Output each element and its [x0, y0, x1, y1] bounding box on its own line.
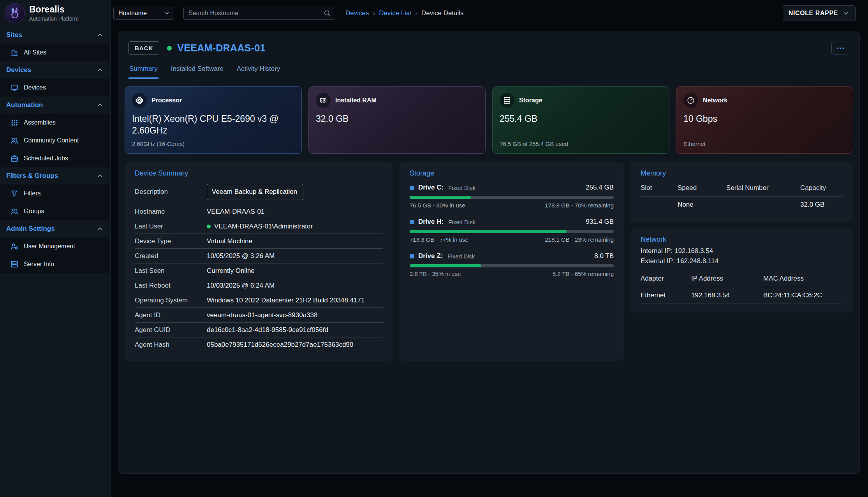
stat-label: Network	[703, 97, 727, 104]
panel-title: Network	[641, 235, 843, 244]
briefcase-icon	[10, 154, 19, 163]
tab-installed-software[interactable]: Installed Software	[170, 63, 224, 79]
network-table: Adapter IP Address MAC Address Ethernet …	[641, 270, 843, 304]
sidebar-nav: Sites All Sites Devices Devices Automati…	[0, 26, 110, 273]
right-panel-column: Memory Slot Speed Serial Number Capacity…	[630, 162, 853, 361]
page-title: VEEAM-DRAAS-01	[177, 42, 265, 54]
sidebar-item-groups[interactable]: Groups	[0, 202, 110, 220]
summary-row-agent-guid: Agent GUID de16c0c1-8aa2-4d18-9585-9ce91…	[135, 323, 383, 337]
drive-usage-fill	[410, 230, 567, 233]
breadcrumb-devices[interactable]: Devices	[345, 9, 369, 17]
search-icon[interactable]	[323, 9, 331, 17]
breadcrumb-separator: ›	[373, 9, 375, 17]
sidebar-section-automation[interactable]: Automation	[0, 97, 110, 114]
stat-label: Installed RAM	[335, 97, 377, 104]
stat-label: Processor	[151, 97, 182, 104]
sidebar-item-devices[interactable]: Devices	[0, 79, 110, 97]
back-button[interactable]: BACK	[129, 41, 159, 55]
search-input[interactable]	[188, 10, 323, 17]
sidebar-item-server-info[interactable]: Server Info	[0, 255, 110, 273]
sidebar-section-filters-groups[interactable]: Filters & Groups	[0, 167, 110, 184]
chevron-down-icon	[842, 9, 850, 17]
chevron-up-icon	[96, 101, 104, 109]
drive-row-c: Drive C: Fixed Disk 255.4 GB 76.5 GB - 3…	[410, 184, 614, 209]
breadcrumb-separator: ›	[415, 9, 417, 17]
panel-title: Device Summary	[135, 169, 383, 177]
drive-usage-bar	[410, 196, 614, 199]
hostname-filter-select[interactable]: Hostname	[113, 7, 174, 20]
sidebar-section-sites[interactable]: Sites	[0, 26, 110, 44]
device-header: BACK VEEAM-DRAAS-01 ⋯	[125, 38, 853, 55]
sidebar-item-label: User Management	[24, 243, 75, 250]
online-status-dot	[167, 46, 172, 51]
stat-value: 255.4 GB	[500, 113, 662, 125]
more-options-button[interactable]: ⋯	[831, 42, 849, 54]
brand-logo-rabbit-icon[interactable]	[5, 3, 25, 23]
network-panel: Network Internal IP: 192.168.3.54 Extern…	[630, 228, 853, 313]
breadcrumb-device-list[interactable]: Device List	[379, 9, 411, 17]
breadcrumb: Devices › Device List › Device Details	[345, 9, 464, 17]
topbar: Hostname Devices › Device List › Device …	[111, 0, 868, 26]
internal-ip: Internal IP: 192.168.3.54	[641, 246, 843, 256]
cpu-icon	[132, 93, 147, 108]
summary-row-hostname: Hostname VEEAM-DRAAS-01	[135, 204, 383, 219]
section-label: Devices	[6, 66, 31, 74]
group-icon	[10, 207, 19, 216]
description-input[interactable]	[207, 184, 303, 200]
detail-panels: Device Summary Description Hostname VEEA…	[125, 162, 853, 361]
breadcrumb-device-details: Device Details	[421, 9, 464, 17]
stat-card-network: Network 10 Gbps Ethernet	[676, 86, 853, 154]
drive-usage-bar	[410, 230, 614, 233]
device-summary-panel: Device Summary Description Hostname VEEA…	[125, 162, 393, 361]
panel-title: Storage	[410, 169, 614, 177]
stat-card-storage: Storage 255.4 GB 76.5 GB of 255.4 GB use…	[492, 86, 669, 154]
stat-cards: Processor Intel(R) Xeon(R) CPU E5-2690 v…	[125, 86, 853, 154]
main-content: BACK VEEAM-DRAAS-01 ⋯ Summary Installed …	[111, 26, 868, 497]
sidebar-item-scheduled-jobs[interactable]: Scheduled Jobs	[0, 149, 110, 167]
sidebar-section-devices[interactable]: Devices	[0, 61, 110, 79]
stat-card-installed-ram: Installed RAM 32.0 GB	[308, 86, 486, 154]
summary-row-agent-id: Agent ID veeam-draas-01-agent-svc-8930a3…	[135, 308, 383, 323]
tab-activity-history[interactable]: Activity History	[236, 63, 281, 79]
monitor-icon	[10, 83, 19, 92]
sidebar-item-user-management[interactable]: User Management	[0, 237, 110, 255]
search-bar	[183, 7, 335, 20]
section-label: Automation	[6, 101, 43, 109]
summary-row-last-user: Last User VEEAM-DRAAS-01\Administrator	[135, 219, 383, 234]
external-ip: External IP: 162.248.8.114	[641, 256, 843, 266]
sidebar-section-admin-settings[interactable]: Admin Settings	[0, 220, 110, 237]
tab-summary[interactable]: Summary	[129, 63, 158, 79]
summary-row-last-reboot: Last Reboot 10/03/2025 @ 6:24 AM	[135, 278, 383, 293]
stat-card-processor: Processor Intel(R) Xeon(R) CPU E5-2690 v…	[125, 86, 302, 154]
drive-row-h: Drive H: Fixed Disk 931.4 GB 713.3 GB - …	[410, 218, 614, 243]
stat-footer: 76.5 GB of 255.4 GB used	[500, 140, 662, 147]
brand-text: Borealis Automation Platform	[29, 5, 79, 21]
storage-disks-icon	[500, 93, 514, 108]
filter-select-value: Hostname	[118, 10, 147, 17]
brand-name: Borealis	[29, 5, 79, 14]
sidebar-item-label: Community Content	[24, 137, 79, 144]
sidebar-item-label: Scheduled Jobs	[24, 155, 68, 162]
chevron-up-icon	[96, 225, 104, 233]
drive-bullet-icon	[410, 220, 414, 224]
people-icon	[10, 136, 19, 145]
stat-value: Intel(R) Xeon(R) CPU E5-2690 v3 @ 2.60GH…	[132, 113, 294, 137]
chevron-down-icon	[164, 10, 171, 17]
chevron-up-icon	[96, 172, 104, 180]
sidebar-item-label: Devices	[24, 84, 46, 91]
server-icon	[10, 260, 19, 269]
user-name: NICOLE RAPPE	[789, 10, 838, 17]
user-menu-button[interactable]: NICOLE RAPPE	[783, 5, 856, 21]
drive-usage-fill	[410, 196, 471, 199]
sidebar-item-assemblies[interactable]: Assemblies	[0, 114, 110, 132]
summary-row-agent-hash: Agent Hash 05ba0e7935171d626ecea29b27d7a…	[135, 337, 383, 352]
brand-subtitle: Automation Platform	[29, 16, 79, 22]
stat-value: 10 Gbps	[683, 113, 846, 125]
sidebar-item-label: Groups	[24, 208, 44, 215]
sidebar-item-label: Server Info	[24, 261, 54, 268]
storage-panel: Storage Drive C: Fixed Disk 255.4 GB 76.…	[400, 162, 624, 361]
sidebar-item-filters[interactable]: Filters	[0, 184, 110, 202]
sidebar-item-community-content[interactable]: Community Content	[0, 132, 110, 149]
stat-footer: 2.60GHz (16-Cores)	[132, 140, 294, 147]
sidebar-item-all-sites[interactable]: All Sites	[0, 44, 110, 61]
